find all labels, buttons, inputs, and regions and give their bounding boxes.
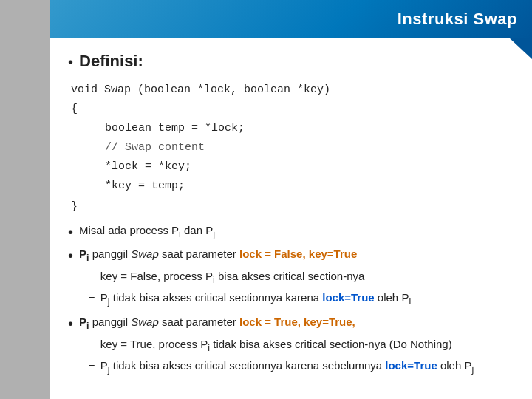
slide-container: Instruksi Swap • Definisi: void Swap (bo… [0, 0, 532, 399]
code-open-brace: { [71, 100, 514, 118]
misal-bullet: • Misal ada process Pi dan Pj [68, 222, 514, 242]
bullet-dot-3: • [68, 245, 73, 266]
bullet-dot-1: • [68, 52, 73, 72]
code-line4: *key = temp; [105, 177, 514, 195]
code-close-brace: } [71, 198, 514, 216]
pi-swap-true-text: Pi panggil Swap saat parameter lock = Tr… [79, 313, 355, 333]
definisi-label: Definisi: [79, 52, 143, 71]
bullet-dot-4: • [68, 313, 73, 334]
sub-text-3-2: Pj tidak bisa akses critical sectionnya … [100, 289, 411, 309]
bullet-dot-2: • [68, 222, 73, 242]
sub-bullet-4-1: – key = True, process Pi tidak bisa akse… [89, 335, 514, 355]
header-title: Instruksi Swap [398, 10, 517, 29]
sub-text-4-1: key = True, process Pi tidak bisa akses … [100, 335, 452, 355]
main-content: • Definisi: void Swap (boolean *lock, bo… [50, 38, 532, 386]
code-line1: boolean temp = *lock; [105, 120, 514, 137]
code-line3: *lock = *key; [105, 158, 514, 176]
left-decorative-bar [0, 0, 50, 399]
code-line2: // Swap content [105, 139, 514, 157]
misal-text: Misal ada process Pi dan Pj [79, 222, 215, 242]
sub-text-3-1: key = False, process Pi bisa akses criti… [100, 267, 365, 287]
pi-swap-false-bullet: • Pi panggil Swap saat parameter lock = … [68, 245, 514, 266]
code-signature: void Swap (boolean *lock, boolean *key) [71, 81, 514, 99]
sub-bullet-3-1: – key = False, process Pi bisa akses cri… [89, 267, 514, 287]
pi-swap-true-bullet: • Pi panggil Swap saat parameter lock = … [68, 313, 514, 334]
sub-bullet-4-2: – Pj tidak bisa akses critical sectionny… [89, 357, 514, 377]
definisi-bullet: • Definisi: [68, 52, 514, 78]
sub-text-4-2: Pj tidak bisa akses critical sectionnya … [100, 357, 474, 377]
header-bar: Instruksi Swap [50, 0, 532, 38]
pi-swap-false-text: Pi panggil Swap saat parameter lock = Fa… [79, 245, 357, 265]
sub-bullet-3-2: – Pj tidak bisa akses critical sectionny… [89, 289, 514, 309]
